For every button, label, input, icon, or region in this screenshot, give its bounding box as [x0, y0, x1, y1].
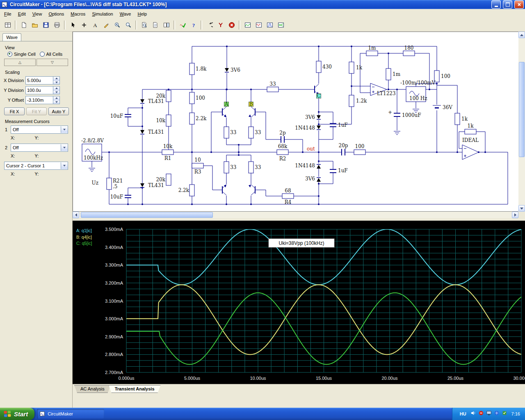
menu-view[interactable]: View [29, 10, 46, 18]
component-label: R2 [279, 156, 286, 162]
menu-simulation[interactable]: Simulation [89, 10, 116, 18]
zoom-tool-button[interactable] [123, 19, 134, 30]
menu-macros[interactable]: Macros [67, 10, 89, 18]
zoom-in-button[interactable] [112, 19, 123, 30]
component-label: IDEAL [462, 137, 479, 143]
taskbar-task-circuitmaker[interactable]: CircuitMaker [37, 409, 104, 419]
split-view-button[interactable] [161, 19, 172, 30]
component-label: 3V6 [231, 67, 240, 73]
schematic-horizontal-scrollbar[interactable] [73, 212, 518, 218]
main-area: Wave View Single CellAll Cells △ ▽ Scali… [0, 32, 525, 408]
text-tool-button[interactable]: A [89, 19, 100, 30]
tray-antivirus-icon[interactable] [478, 410, 484, 418]
component-label: -100m/100mV [400, 80, 436, 86]
component-label: 100kHz [84, 155, 103, 161]
place-part-button[interactable] [78, 19, 89, 30]
radio-all-cells[interactable]: All Cells [40, 52, 63, 57]
spin-down-button[interactable] [53, 91, 59, 94]
restore-button[interactable] [503, 0, 512, 9]
cursor-diff-select[interactable]: Cursor 2 - Cursor 1 [4, 162, 68, 170]
horizontal-scrollbar-thumb[interactable] [81, 212, 213, 218]
tray-network-icon[interactable] [494, 410, 500, 418]
fit-x-button[interactable]: Fit X [4, 107, 25, 115]
scroll-up-button[interactable]: △ [4, 59, 36, 66]
scope-button-1[interactable] [242, 19, 253, 30]
chevron-down-icon[interactable] [61, 144, 68, 151]
auto-y-button[interactable]: Auto Y [48, 107, 69, 115]
menu-edit[interactable]: Edit [15, 10, 29, 18]
start-button[interactable]: Start [0, 408, 34, 420]
x-division-input[interactable] [26, 77, 53, 84]
stop-button[interactable] [226, 19, 237, 30]
find-part-button[interactable] [139, 19, 150, 30]
component-label: 1uF [338, 168, 348, 173]
simulation-check-button[interactable] [177, 19, 188, 30]
transient-plot[interactable]: 3.500mA3.400mA3.300mA3.200mA3.100mA3.000… [73, 221, 525, 384]
scope-button-3[interactable] [264, 19, 275, 30]
menu-options[interactable]: Options [45, 10, 67, 18]
y-division-input[interactable] [26, 87, 53, 94]
cells-view-button[interactable] [2, 19, 13, 30]
scrollbar-down-button[interactable] [518, 205, 525, 212]
probe-button[interactable] [215, 19, 226, 30]
menu-file[interactable]: File [1, 10, 15, 18]
wave-panel-tab[interactable]: Wave [2, 33, 21, 41]
tray-display-icon[interactable] [486, 410, 492, 418]
select-tool-button[interactable] [67, 19, 78, 30]
node-badge[interactable]: C [317, 93, 320, 99]
scope-icon-4 [278, 22, 284, 28]
save-button[interactable] [40, 19, 51, 30]
schematic-vertical-scrollbar[interactable] [518, 32, 525, 212]
scope-button-4[interactable] [275, 19, 286, 30]
minimize-button[interactable] [491, 0, 501, 9]
scope-button-2[interactable] [253, 19, 264, 30]
tab-ac-analysis[interactable]: AC Analysis [74, 385, 111, 393]
right-column: ABC 1.8k3V6334301k1m1801mLT1223-100m/100… [73, 32, 525, 408]
spin-down-button[interactable] [53, 100, 59, 104]
radio-single-cell[interactable]: Single Cell [7, 52, 36, 57]
chevron-down-icon[interactable] [61, 126, 68, 133]
schematic-area: ABC 1.8k3V6334301k1m1801mLT1223-100m/100… [73, 32, 518, 212]
scaling-group-label: Scaling [5, 70, 72, 75]
component-label: 3V6 [305, 114, 315, 120]
schematic-canvas[interactable]: ABC 1.8k3V6334301k1m1801mLT1223-100m/100… [73, 32, 518, 211]
print-button[interactable] [51, 19, 62, 30]
component-label: LT1223 [377, 91, 396, 96]
component-label: 430 [322, 64, 332, 70]
scroll-down-button[interactable]: ▽ [37, 59, 68, 66]
open-button[interactable] [29, 19, 40, 30]
tray-scheduler-icon[interactable] [502, 410, 507, 418]
menu-wave[interactable]: Wave [116, 10, 135, 18]
help-button[interactable]: ? [188, 19, 199, 30]
chevron-down-icon[interactable] [61, 162, 68, 169]
scrollbar-left-button[interactable] [73, 212, 79, 218]
menu-help[interactable]: Help [134, 10, 150, 18]
reset-button[interactable] [204, 19, 215, 30]
tab-transient-analysis[interactable]: Transient Analysis [109, 385, 161, 393]
vertical-scrollbar-thumb[interactable] [519, 62, 525, 157]
refresh-view-button[interactable] [150, 19, 161, 30]
fit-y-button[interactable]: Fit Y [26, 107, 47, 115]
cursor1-select[interactable]: Off [11, 126, 68, 134]
component-label: 10uF [110, 194, 123, 200]
x-tick-label: 20.00us [381, 376, 398, 381]
cursor2-select[interactable]: Off [11, 144, 68, 152]
clock[interactable]: 7:16 [511, 411, 520, 416]
tray-volume-icon[interactable] [470, 410, 476, 418]
spin-up-button[interactable] [53, 77, 59, 81]
wire-tool-button[interactable] [100, 19, 112, 30]
scrollbar-right-button[interactable] [512, 212, 518, 218]
spin-down-button[interactable] [53, 81, 59, 84]
language-indicator[interactable]: HU [458, 411, 468, 417]
scrollbar-up-button[interactable] [518, 32, 525, 38]
new-button[interactable] [18, 19, 29, 30]
spin-up-button[interactable] [53, 87, 59, 91]
circuitmaker-window: CircuitMaker - [C:\Program Files\...\VAS… [0, 0, 525, 420]
scrollbar-corner [518, 212, 525, 218]
grid-icon [5, 22, 11, 28]
close-button[interactable] [514, 0, 524, 9]
y-offset-input[interactable] [26, 96, 53, 104]
node-badge[interactable]: A [224, 101, 228, 107]
spin-up-button[interactable] [53, 96, 59, 100]
node-badge[interactable]: B [249, 101, 253, 107]
